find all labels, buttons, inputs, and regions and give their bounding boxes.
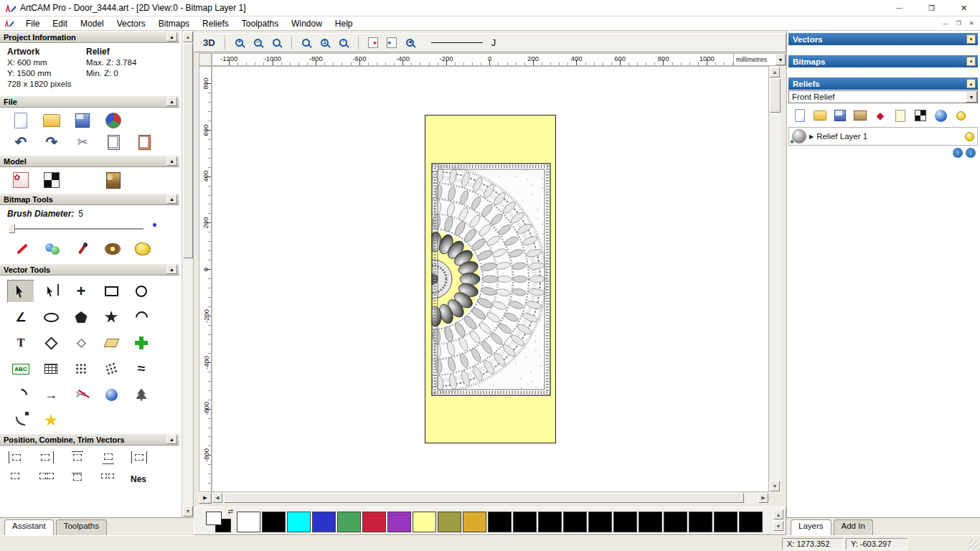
join-vectors-button[interactable] (100, 471, 117, 484)
block-copy-button[interactable] (37, 357, 65, 380)
palette-swatch[interactable] (337, 512, 361, 532)
mdi-close-button[interactable] (966, 19, 977, 29)
palette-swatch[interactable] (287, 512, 311, 532)
reliefs-header[interactable]: Reliefs (788, 77, 978, 90)
create-ellipse-button[interactable] (37, 306, 65, 329)
palette-swatch[interactable] (262, 512, 286, 532)
menu-item[interactable]: Model (74, 17, 110, 30)
duplicate-layer-button[interactable] (853, 108, 867, 123)
expand-bitmaps-button[interactable] (966, 57, 976, 66)
paste-along-curve-button[interactable] (98, 357, 125, 380)
tab-assistant[interactable]: Assistant (4, 519, 54, 535)
centre-in-page-button[interactable] (7, 471, 24, 484)
paste-special-button[interactable] (135, 133, 154, 151)
collapse-section-button[interactable] (166, 156, 177, 166)
vector-doctor-button[interactable] (128, 331, 155, 354)
palette-swatch[interactable] (689, 512, 712, 532)
mirror-vectors-button[interactable] (38, 471, 55, 484)
menu-item[interactable]: Edit (46, 17, 74, 30)
menu-item[interactable]: Window (285, 17, 329, 30)
tab-layers[interactable]: Layers (791, 519, 831, 535)
chevron-down-icon[interactable] (966, 91, 977, 103)
door-artwork[interactable] (425, 115, 556, 443)
scroll-down-button[interactable] (770, 481, 780, 491)
palette-swatch[interactable] (513, 512, 537, 532)
offset-vector-button[interactable] (67, 331, 95, 354)
interactive-distortion-button[interactable] (98, 383, 125, 406)
scroll-left-button[interactable] (212, 493, 222, 503)
group-vectors-button[interactable] (69, 471, 86, 484)
zoom-window-button[interactable] (269, 36, 285, 50)
move-layer-up-button[interactable]: ↑ (953, 148, 963, 158)
create-polygon-button[interactable] (67, 306, 95, 329)
save-relief-button[interactable] (833, 108, 847, 123)
align-top-button[interactable] (69, 450, 86, 466)
scroll-up-button[interactable] (773, 509, 783, 519)
scroll-down-button[interactable] (183, 506, 193, 517)
zoom-1to1-button[interactable]: 1 (317, 36, 333, 50)
paint-button[interactable] (13, 240, 32, 258)
palette-scrollbar[interactable] (773, 509, 783, 533)
assistant-scrollbar[interactable] (182, 31, 193, 517)
envelope-distort-button[interactable] (37, 331, 65, 354)
snap-grid-button[interactable] (365, 36, 381, 50)
palette-swatch[interactable] (563, 512, 587, 532)
bitmaps-header[interactable]: Bitmaps (788, 55, 978, 67)
mdi-minimize-button[interactable] (940, 19, 951, 29)
create-freehand-curve-button[interactable] (128, 357, 155, 380)
palette-swatch[interactable] (538, 512, 562, 532)
create-rectangle-button[interactable] (98, 280, 125, 303)
fit-arcs-button[interactable] (7, 383, 34, 406)
create-text-button[interactable]: T (7, 331, 34, 354)
zoom-in-button[interactable]: + (232, 36, 248, 50)
pan-button[interactable] (199, 492, 212, 504)
collapse-section-button[interactable] (166, 194, 177, 204)
collapse-section-button[interactable] (166, 32, 177, 42)
align-centre-button[interactable] (131, 450, 148, 466)
collapse-section-button[interactable] (166, 265, 177, 274)
open-model-button[interactable] (42, 112, 61, 129)
scroll-up-button[interactable] (183, 32, 193, 42)
palette-swatch[interactable] (312, 512, 336, 532)
palette-swatch[interactable] (664, 512, 687, 532)
scroll-up-button[interactable] (770, 67, 780, 77)
move-layer-down-button[interactable]: ↓ (966, 148, 976, 158)
save-model-button[interactable] (73, 112, 92, 129)
set-zero-plane-button[interactable] (73, 171, 92, 189)
redo-button[interactable] (42, 133, 61, 151)
scroll-down-button[interactable] (773, 521, 783, 531)
create-clipart-button[interactable] (128, 383, 155, 406)
bucket-fill-button[interactable] (133, 240, 152, 258)
create-decoration-button[interactable] (37, 409, 65, 432)
adjust-greyscale-button[interactable] (42, 171, 61, 189)
slider-thumb[interactable] (9, 224, 15, 233)
wrap-vectors-button[interactable] (98, 331, 125, 354)
drawing-canvas[interactable] (212, 66, 769, 492)
layer-visibility-button[interactable] (953, 108, 968, 123)
align-right-button[interactable] (38, 450, 55, 466)
canvas-horizontal-scrollbar[interactable] (212, 492, 769, 504)
menu-item[interactable]: Toolpaths (235, 17, 285, 30)
switch-to-3d-button[interactable]: 3D (200, 37, 218, 49)
load-image-button[interactable] (104, 171, 123, 189)
layer-name[interactable]: Relief Layer 1 (816, 132, 962, 141)
zoom-previous-button[interactable]: ◂ (402, 36, 418, 50)
relief-dropdown[interactable]: Front Relief (788, 90, 978, 103)
align-bottom-button[interactable] (100, 450, 117, 466)
scroll-right-button[interactable] (758, 493, 768, 503)
palette-swatch[interactable] (438, 512, 461, 532)
transform-vectors-button[interactable] (67, 280, 95, 303)
palette-swatch[interactable] (463, 512, 486, 532)
create-arrow-button[interactable] (37, 383, 65, 406)
colour-picker-button[interactable] (73, 240, 92, 258)
maximize-button[interactable] (915, 0, 948, 16)
set-model-size-button[interactable] (11, 171, 30, 189)
chevron-right-icon[interactable] (809, 133, 814, 140)
scroll-thumb[interactable] (224, 493, 744, 503)
create-circle-button[interactable] (128, 280, 155, 303)
palette-swatch[interactable] (613, 512, 637, 532)
tab-add-in[interactable]: Add In (834, 519, 873, 535)
mdi-restore-button[interactable] (953, 19, 964, 29)
new-model-button[interactable] (11, 112, 30, 129)
new-relief-layer-button[interactable] (793, 108, 807, 123)
